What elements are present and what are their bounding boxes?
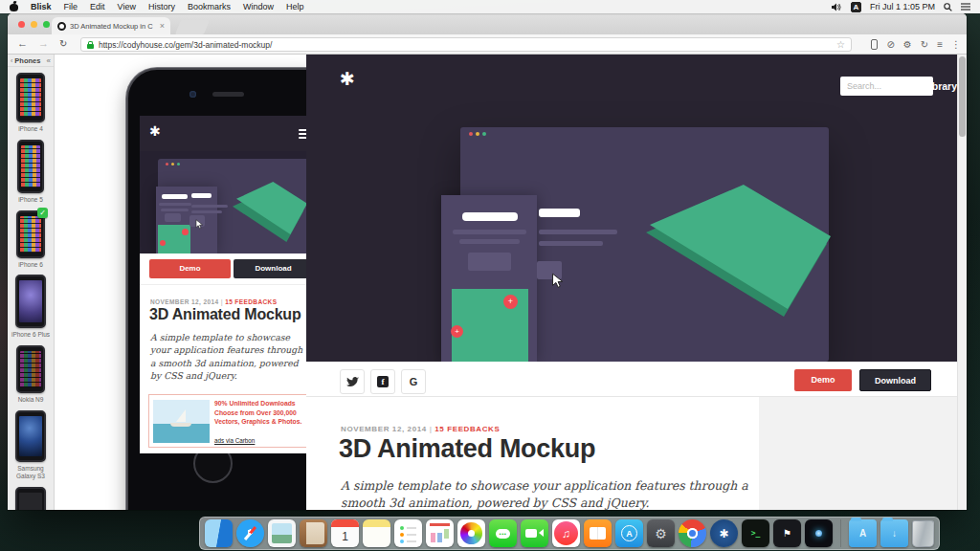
- menu-item-edit[interactable]: Edit: [90, 2, 105, 11]
- forward-button[interactable]: →: [38, 37, 49, 49]
- dock-icon-messages[interactable]: •••: [489, 519, 517, 547]
- device-samsung-galaxy-s3[interactable]: Samsung Galaxy S3: [8, 410, 54, 480]
- minimize-window-button[interactable]: [31, 21, 37, 28]
- list-icon[interactable]: ≡: [937, 40, 943, 50]
- terminal-glyph: ⚑: [783, 528, 791, 539]
- twitter-icon: [346, 377, 359, 387]
- device-partial[interactable]: [8, 487, 54, 510]
- menu-app-name[interactable]: Blisk: [31, 2, 52, 11]
- screen: Blisk FileEditViewHistoryBookmarksWindow…: [0, 0, 980, 551]
- device-iphone-6[interactable]: ✓iPhone 6: [8, 210, 54, 269]
- twitter-share-button[interactable]: [340, 369, 365, 394]
- dock-icon-appstore[interactable]: A: [615, 519, 643, 547]
- dock-icon-finder[interactable]: [205, 519, 233, 547]
- dock-icon-terminal-green[interactable]: >_: [742, 519, 769, 547]
- device-thumbnail: [15, 410, 46, 462]
- facebook-share-button[interactable]: f: [370, 369, 395, 394]
- demo-button[interactable]: Demo: [794, 369, 852, 391]
- overflow-menu-icon[interactable]: ⋮: [951, 40, 961, 50]
- tab-favicon: [57, 22, 66, 31]
- codyhouse-logo-icon[interactable]: ✱: [340, 68, 355, 90]
- menu-item-view[interactable]: View: [118, 2, 136, 11]
- new-tab-button[interactable]: [175, 20, 210, 34]
- dock-icon-calendar[interactable]: 1: [331, 519, 359, 547]
- dock-icon-stocks[interactable]: [426, 519, 454, 547]
- dock-icon-terminal[interactable]: ⚑: [773, 519, 801, 547]
- google-share-button[interactable]: G: [401, 369, 426, 394]
- dock-icon-reminders[interactable]: [394, 519, 422, 547]
- dock-icon-notes[interactable]: [363, 519, 390, 547]
- mobile-page-title: 3D Animated Mockup: [149, 306, 301, 323]
- devices-icon[interactable]: [871, 39, 878, 50]
- dock-icon-blue-app[interactable]: ✱: [710, 519, 738, 547]
- device-screen: [19, 280, 42, 322]
- panel-collapse-icon[interactable]: «: [47, 56, 51, 65]
- dock-icon-safari[interactable]: [236, 519, 264, 547]
- dock-icon-system-preferences[interactable]: ⚙: [647, 519, 675, 547]
- desktop-site-view: ✱ CoursesLibrary + +: [306, 55, 967, 510]
- iphone-6-mockup: ✱: [126, 68, 337, 510]
- apple-menu-icon[interactable]: [10, 2, 18, 11]
- notification-center-icon[interactable]: [961, 3, 970, 11]
- dock-icon-preview[interactable]: [268, 519, 296, 547]
- device-iphone-4[interactable]: iPhone 4: [8, 73, 54, 133]
- post-date: NOVEMBER 12, 2014: [150, 298, 218, 305]
- volume-icon[interactable]: [832, 3, 842, 11]
- dock-icon-blisk[interactable]: [805, 519, 833, 547]
- dock-icon-contacts[interactable]: [300, 519, 327, 547]
- dock-icon-trash[interactable]: [912, 520, 934, 547]
- device-panel-title: Phones: [14, 56, 40, 65]
- dock-icon-folder-applications[interactable]: A: [849, 519, 877, 547]
- codyhouse-logo-icon[interactable]: ✱: [149, 123, 161, 139]
- block-icon[interactable]: ⊘: [886, 40, 894, 50]
- dock-icon-photos[interactable]: [457, 519, 485, 547]
- menu-clock[interactable]: Fri Jul 1 1:05 PM: [870, 2, 935, 11]
- download-button[interactable]: Download: [859, 369, 931, 391]
- ad-attribution[interactable]: ads via Carbon: [214, 437, 255, 444]
- zoom-window-button[interactable]: [43, 21, 50, 28]
- refresh-button[interactable]: ↻: [59, 38, 67, 49]
- device-thumbnail: [16, 345, 45, 393]
- menu-item-history[interactable]: History: [148, 2, 175, 11]
- back-button[interactable]: ←: [17, 37, 28, 49]
- article-sidebar-rail: Learn JavaScript and jQuery: [759, 397, 967, 510]
- terminal-green-glyph: >_: [751, 529, 761, 538]
- input-source-icon[interactable]: A: [851, 2, 861, 12]
- carbon-ad[interactable]: 90% Unlimited Downloads Choose from Over…: [148, 394, 319, 448]
- dock-icon-folder-downloads[interactable]: ↓: [880, 519, 908, 547]
- bookmark-star-icon[interactable]: ☆: [836, 40, 845, 50]
- address-bar[interactable]: https://codyhouse.co/gem/3d-animated-moc…: [80, 37, 852, 52]
- download-button[interactable]: Download: [234, 259, 313, 278]
- menu-item-window[interactable]: Window: [243, 2, 274, 11]
- sync-icon[interactable]: ↻: [921, 40, 928, 50]
- dock-icon-ibooks[interactable]: [584, 519, 612, 547]
- menu-item-file[interactable]: File: [64, 2, 78, 11]
- close-window-button[interactable]: [18, 21, 25, 28]
- page-scrollbar[interactable]: [957, 55, 967, 510]
- feedbacks-link[interactable]: 15 FEEDBACKS: [225, 298, 277, 305]
- search-input[interactable]: [840, 77, 933, 96]
- menu-item-bookmarks[interactable]: Bookmarks: [188, 2, 231, 11]
- system-preferences-glyph: ⚙: [655, 526, 667, 541]
- device-nokia-n9[interactable]: Nokia N9: [8, 345, 54, 404]
- dock-icon-facetime[interactable]: [521, 519, 548, 547]
- blue-app-glyph: ✱: [719, 527, 728, 540]
- post-meta: NOVEMBER 12, 2014 | 15 FEEDBACKS: [341, 425, 500, 433]
- feedbacks-link[interactable]: 15 FEEDBACKS: [434, 425, 500, 433]
- appstore-glyph: A: [626, 529, 633, 539]
- dock-icon-chrome[interactable]: [679, 519, 706, 547]
- menu-item-help[interactable]: Help: [286, 2, 304, 11]
- device-iphone-5[interactable]: iPhone 5: [8, 140, 54, 204]
- settings-icon[interactable]: ⚙: [903, 40, 912, 50]
- mockup-window-dots: [469, 132, 486, 136]
- browser-tab[interactable]: 3D Animated Mockup in C ×: [52, 17, 170, 34]
- ad-text[interactable]: 90% Unlimited Downloads Choose from Over…: [214, 399, 314, 427]
- meta-separator: |: [430, 425, 433, 433]
- scrollbar-thumb[interactable]: [959, 56, 966, 137]
- device-iphone-6-plus[interactable]: iPhone 6 Plus: [8, 275, 54, 339]
- spotlight-icon[interactable]: [944, 3, 952, 11]
- tab-close-icon[interactable]: ×: [160, 21, 165, 31]
- demo-button[interactable]: Demo: [149, 259, 231, 278]
- dock-icon-itunes[interactable]: ♫: [552, 519, 580, 547]
- browser-content: ‹ Phones « iPhone 4iPhone 5✓iPhone 6iPho…: [8, 55, 967, 510]
